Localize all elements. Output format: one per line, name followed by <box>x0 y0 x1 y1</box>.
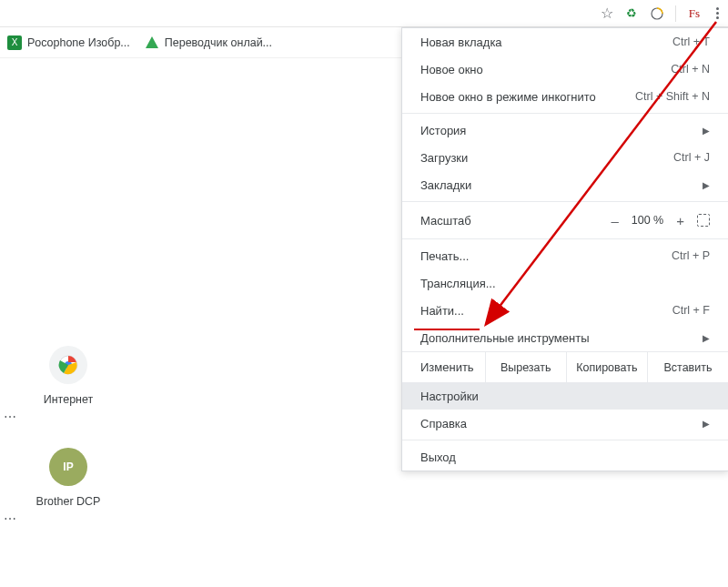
menu-shortcut: Ctrl + T <box>672 35 710 48</box>
menu-incognito[interactable]: Новое окно в режиме инкогнито Ctrl + Shi… <box>402 83 728 110</box>
chevron-right-icon: ▶ <box>703 419 710 429</box>
shortcut-more-icon[interactable]: ⋯ <box>4 410 17 424</box>
menu-shortcut: Ctrl + F <box>672 304 710 317</box>
chrome-icon <box>49 346 87 384</box>
menu-shortcut: Ctrl + J <box>673 151 710 164</box>
menu-label: Найти... <box>420 304 464 318</box>
menu-label: Дополнительные инструменты <box>420 331 590 345</box>
menu-bookmarks[interactable]: Закладки ▶ <box>402 171 728 198</box>
chevron-right-icon: ▶ <box>703 180 710 190</box>
translate-icon <box>145 35 159 50</box>
menu-separator <box>402 238 728 239</box>
menu-cut[interactable]: Вырезать <box>485 352 566 382</box>
chrome-main-menu: Новая вкладка Ctrl + T Новое окно Ctrl +… <box>401 27 728 471</box>
menu-separator <box>402 440 728 440</box>
menu-edit-label: Изменить <box>402 352 485 382</box>
menu-new-tab[interactable]: Новая вкладка Ctrl + T <box>402 28 728 56</box>
menu-label: Трансляция... <box>420 277 496 290</box>
zoom-in-button[interactable]: + <box>676 213 684 228</box>
menu-downloads[interactable]: Загрузки Ctrl + J <box>402 144 728 171</box>
menu-separator <box>402 113 728 114</box>
bookmark-label: Переводчик онлай... <box>165 36 272 49</box>
bookmark-label: Pocophone Изобр... <box>27 36 130 49</box>
shortcut-more-icon[interactable]: ⋯ <box>4 511 17 526</box>
excel-icon: X <box>7 35 22 50</box>
menu-cast[interactable]: Трансляция... <box>402 269 728 297</box>
zoom-out-button[interactable]: – <box>611 213 618 228</box>
zoom-value: 100 % <box>632 214 663 227</box>
menu-label: Закладки <box>420 178 471 192</box>
bookmark-pocophone[interactable]: X Pocophone Изобр... <box>7 35 130 50</box>
bookmark-star-icon[interactable]: ☆ <box>601 5 613 22</box>
shortcut-brother-dcp[interactable]: IP Brother DCP <box>0 448 136 508</box>
chevron-right-icon: ▶ <box>703 333 710 343</box>
ip-icon: IP <box>49 448 87 486</box>
browser-toolbar: ☆ ♻ Fs <box>0 0 728 27</box>
menu-copy[interactable]: Копировать <box>566 352 647 382</box>
menu-history[interactable]: История ▶ <box>402 116 728 144</box>
menu-new-window[interactable]: Новое окно Ctrl + N <box>402 56 728 83</box>
menu-separator <box>402 201 728 202</box>
menu-zoom: Масштаб – 100 % + <box>402 205 728 236</box>
toolbar-divider <box>675 5 676 22</box>
kebab-menu-button[interactable] <box>713 4 723 23</box>
annotation-underline <box>414 329 480 330</box>
menu-shortcut: Ctrl + Shift + N <box>635 90 710 103</box>
menu-find[interactable]: Найти... Ctrl + F <box>402 297 728 324</box>
menu-label: Загрузки <box>420 151 468 165</box>
menu-edit-row: Изменить Вырезать Копировать Вставить <box>402 351 728 382</box>
menu-label: Новая вкладка <box>420 35 502 49</box>
menu-label: Настройки <box>420 390 479 403</box>
menu-label: Новое окно в режиме инкогнито <box>420 90 596 104</box>
menu-shortcut: Ctrl + N <box>671 63 710 76</box>
extension-fs-icon[interactable]: Fs <box>687 6 702 21</box>
menu-label: Справка <box>420 417 467 430</box>
menu-print[interactable]: Печать... Ctrl + P <box>402 242 728 269</box>
shortcut-label: Brother DCP <box>36 495 101 508</box>
menu-paste[interactable]: Вставить <box>647 352 728 382</box>
menu-exit[interactable]: Выход <box>402 443 728 471</box>
shortcut-label: Интернет <box>44 393 94 406</box>
menu-label: Выход <box>420 450 456 464</box>
chevron-right-icon: ▶ <box>703 126 710 136</box>
shortcut-internet[interactable]: Интернет <box>0 346 136 406</box>
new-tab-shortcuts: ⋯ Интернет ⋯ IP Brother DCP <box>0 346 136 508</box>
menu-label: Масштаб <box>420 214 471 228</box>
bookmark-translator[interactable]: Переводчик онлай... <box>145 35 272 50</box>
fullscreen-icon[interactable] <box>697 214 710 227</box>
menu-shortcut: Ctrl + P <box>672 249 710 262</box>
menu-label: Новое окно <box>420 63 483 76</box>
extension-round-icon[interactable] <box>650 6 664 21</box>
extension-recycle-icon[interactable]: ♻ <box>624 6 639 21</box>
menu-settings[interactable]: Настройки <box>402 382 728 410</box>
menu-label: Печать... <box>420 249 469 263</box>
menu-label: История <box>420 124 466 137</box>
menu-help[interactable]: Справка ▶ <box>402 410 728 437</box>
